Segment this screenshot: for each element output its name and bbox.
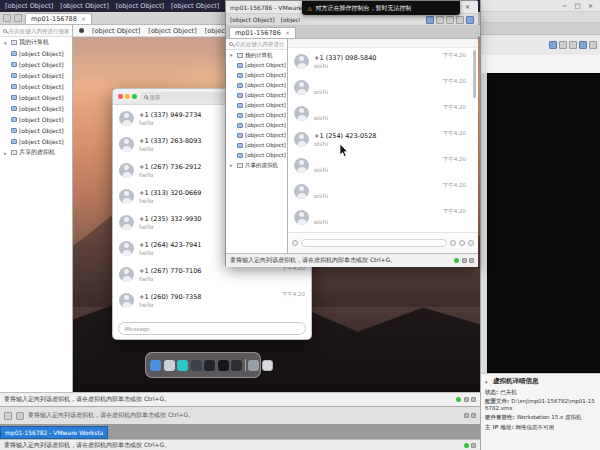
unity-icon[interactable]: [589, 41, 597, 49]
tree-item-vm[interactable]: [object Object]: [0, 136, 72, 147]
tree-root-my-computer[interactable]: ▾ 我的计算机: [226, 50, 287, 60]
tab-close-icon[interactable]: ×: [285, 29, 290, 36]
imessage-input[interactable]: [124, 326, 300, 332]
close-traffic-icon[interactable]: [118, 94, 123, 99]
vm-b-console[interactable]: +1 (337) 098-5840 oishi 下午4:20 oishi 下午4…: [288, 39, 478, 253]
message-input-field[interactable]: [301, 239, 447, 247]
power-icon[interactable]: [426, 16, 434, 24]
conversation-row[interactable]: oishi 下午4:20: [288, 204, 472, 230]
tree-shared-vms[interactable]: ▸ 共享的虚拟机: [0, 147, 72, 158]
siri-icon[interactable]: [177, 360, 188, 371]
finder-icon[interactable]: [150, 360, 161, 371]
tree-item-vm[interactable]: [object Object]: [226, 130, 287, 140]
launchpad-icon[interactable]: [164, 360, 175, 371]
tree-item-vm[interactable]: [object Object]: [0, 59, 72, 70]
menu-item[interactable]: [object Object]: [5, 2, 53, 10]
disk-status-icon[interactable]: [464, 397, 469, 402]
taskbar-active-item[interactable]: mp01-156782 - VMware Workstation: [0, 426, 108, 439]
tree-item-vm[interactable]: [object Object]: [226, 70, 287, 80]
snapshot-icon[interactable]: [436, 16, 444, 24]
apps-icon[interactable]: [292, 240, 298, 246]
app-icon[interactable]: [204, 360, 215, 371]
disk-status-icon[interactable]: [471, 443, 476, 448]
tree-item-vm[interactable]: [object Object]: [226, 150, 287, 160]
menu-item[interactable]: [object Object]: [60, 2, 108, 10]
macos-menu-item[interactable]: [object Object]: [92, 27, 140, 35]
tree-item-vm[interactable]: [object Object]: [226, 60, 287, 70]
tree-item-vm[interactable]: [object Object]: [0, 92, 72, 103]
more-icon[interactable]: [468, 240, 474, 246]
network-status-icon[interactable]: [469, 258, 474, 263]
tree-item-vm[interactable]: [object Object]: [0, 70, 72, 81]
library-search[interactable]: [226, 39, 287, 50]
menu-item[interactable]: [object Object]: [230, 16, 275, 23]
tree-item-vm[interactable]: [object Object]: [0, 125, 72, 136]
audio-icon[interactable]: [459, 240, 465, 246]
zoom-traffic-icon[interactable]: [132, 94, 137, 99]
home-icon[interactable]: [3, 14, 11, 22]
fullscreen-icon[interactable]: [456, 16, 464, 24]
power-icon[interactable]: [549, 41, 557, 49]
settings-icon[interactable]: [248, 360, 259, 371]
conversation-row[interactable]: +1 (337) 098-5840 oishi 下午4:20: [288, 48, 472, 74]
library-search[interactable]: [0, 25, 72, 37]
menu-item[interactable]: [object Object]: [171, 2, 219, 10]
tree-item-vm[interactable]: [object Object]: [226, 140, 287, 150]
tree-item-vm[interactable]: [object Object]: [0, 48, 72, 59]
conversation-row[interactable]: +1 (254) 423-0528 oishi 下午4:20: [288, 126, 472, 152]
tree-shared-vms[interactable]: ▸ 共享的虚拟机: [226, 160, 287, 170]
disk-status-icon[interactable]: [464, 413, 469, 418]
minimize-traffic-icon[interactable]: [125, 94, 130, 99]
conversation-row[interactable]: +1 (260) 790-7358 hello 下午4:20: [113, 287, 311, 313]
fullscreen-icon[interactable]: [569, 41, 577, 49]
apple-menu-icon[interactable]: [79, 28, 84, 33]
tree-item-vm[interactable]: [object Object]: [226, 90, 287, 100]
network-status-icon[interactable]: [471, 413, 476, 418]
menu-item[interactable]: [object Object]: [281, 16, 300, 23]
library-icon[interactable]: [14, 14, 22, 22]
maximize-icon[interactable]: □: [571, 2, 584, 10]
conversation-row[interactable]: oishi 下午4:20: [288, 100, 472, 126]
conversation-row[interactable]: oishi 下午4:20: [288, 74, 472, 100]
app-icon[interactable]: [191, 360, 202, 371]
console-view-icon[interactable]: [446, 16, 454, 24]
collapse-icon[interactable]: ▾: [4, 40, 9, 46]
trash-icon[interactable]: [262, 360, 273, 371]
vm-tab[interactable]: mp01-156786 ×: [229, 27, 296, 38]
macos-menu-item[interactable]: [object Object]: [148, 27, 196, 35]
library-search-input[interactable]: [235, 41, 284, 47]
scrollbar[interactable]: [473, 50, 476, 98]
expand-icon[interactable]: ▸: [230, 162, 235, 168]
library-toggle-icon[interactable]: [466, 16, 474, 24]
tab-close-icon[interactable]: ×: [81, 15, 86, 22]
tree-item-vm[interactable]: [object Object]: [0, 81, 72, 92]
app-icon[interactable]: [218, 360, 229, 371]
tree-item-vm[interactable]: [object Object]: [0, 114, 72, 125]
disk-status-icon[interactable]: [462, 258, 467, 263]
tree-item-vm[interactable]: [object Object]: [0, 103, 72, 114]
tree-root-my-computer[interactable]: ▾ 我的计算机: [0, 37, 72, 48]
library-search-input[interactable]: [9, 28, 69, 34]
vm-c-console-off[interactable]: [487, 73, 600, 373]
tree-item-vm[interactable]: [object Object]: [226, 100, 287, 110]
tree-item-vm[interactable]: [object Object]: [226, 80, 287, 90]
emoji-icon[interactable]: [450, 240, 456, 246]
menu-item[interactable]: [object Object]: [116, 2, 164, 10]
vm-tab[interactable]: mp01-156788 ×: [25, 13, 92, 24]
close-icon[interactable]: ×: [584, 2, 597, 10]
conversation-row[interactable]: oishi 下午4:20: [288, 152, 472, 178]
imessage-input-bar[interactable]: [118, 322, 306, 335]
expand-icon[interactable]: ▸: [4, 150, 9, 156]
minimize-icon[interactable]: −: [558, 2, 571, 10]
console-view-icon[interactable]: [579, 41, 587, 49]
collapse-icon[interactable]: ▾: [230, 52, 235, 58]
collapse-icon[interactable]: ▾: [485, 379, 490, 385]
conversation-row[interactable]: oishi 下午4:20: [288, 178, 472, 204]
tree-item-vm[interactable]: [object Object]: [226, 110, 287, 120]
snapshot-icon[interactable]: [559, 41, 567, 49]
close-icon[interactable]: ×: [461, 3, 474, 11]
network-status-icon[interactable]: [471, 397, 476, 402]
tree-item-vm[interactable]: [object Object]: [226, 120, 287, 130]
window-c-titlebar[interactable]: − □ ×: [481, 0, 600, 12]
app-icon[interactable]: [231, 360, 242, 371]
